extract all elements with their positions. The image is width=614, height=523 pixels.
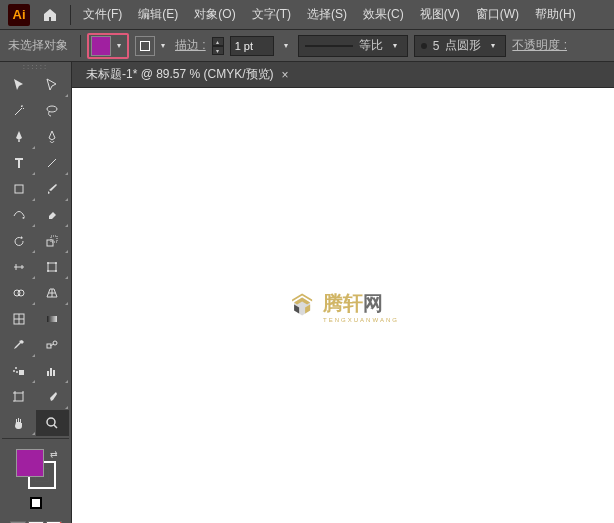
canvas-area[interactable]: 腾轩网 TENGXUANWANG — [72, 88, 614, 523]
fill-stroke-swatches[interactable]: ⇄ — [16, 449, 56, 489]
brush-definition[interactable]: 5 点圆形 ▾ — [414, 35, 507, 57]
symbol-sprayer-tool[interactable] — [2, 358, 36, 384]
svg-line-26 — [54, 425, 57, 428]
menu-window[interactable]: 窗口(W) — [468, 2, 527, 27]
scale-tool[interactable] — [36, 228, 70, 254]
svg-rect-6 — [48, 263, 56, 271]
svg-point-9 — [47, 270, 49, 272]
pen-tool[interactable] — [2, 124, 36, 150]
artboard-tool[interactable] — [2, 384, 36, 410]
curvature-tool[interactable] — [36, 124, 70, 150]
svg-point-20 — [16, 371, 18, 373]
slice-tool[interactable] — [36, 384, 70, 410]
stroke-color-swatch[interactable] — [135, 36, 155, 56]
menu-help[interactable]: 帮助(H) — [527, 2, 584, 27]
svg-point-8 — [55, 262, 57, 264]
brush-label: 点圆形 — [445, 37, 481, 54]
close-tab-icon[interactable]: × — [282, 68, 289, 82]
shaper-tool[interactable] — [2, 202, 36, 228]
magic-wand-tool[interactable] — [2, 98, 36, 124]
svg-rect-4 — [47, 240, 53, 246]
svg-point-25 — [47, 418, 55, 426]
menu-object[interactable]: 对象(O) — [186, 2, 243, 27]
free-transform-tool[interactable] — [36, 254, 70, 280]
paintbrush-tool[interactable] — [36, 176, 70, 202]
fill-color-swatch[interactable] — [91, 36, 111, 56]
stroke-weight-dropdown-icon[interactable]: ▾ — [280, 41, 292, 50]
svg-rect-24 — [15, 393, 23, 401]
gradient-tool[interactable] — [36, 306, 70, 332]
stroke-label[interactable]: 描边 : — [175, 37, 206, 54]
fill-swatch-large[interactable] — [16, 449, 44, 477]
mesh-tool[interactable] — [2, 306, 36, 332]
menu-view[interactable]: 视图(V) — [412, 2, 468, 27]
svg-rect-5 — [51, 236, 57, 242]
svg-line-2 — [48, 159, 56, 167]
menu-select[interactable]: 选择(S) — [299, 2, 355, 27]
line-tool[interactable] — [36, 150, 70, 176]
width-tool[interactable] — [2, 254, 36, 280]
hand-tool[interactable] — [2, 410, 36, 436]
menu-edit[interactable]: 编辑(E) — [130, 2, 186, 27]
svg-point-0 — [47, 106, 57, 112]
svg-rect-14 — [47, 316, 57, 322]
shape-builder-tool[interactable] — [2, 280, 36, 306]
menu-file[interactable]: 文件(F) — [75, 2, 130, 27]
svg-point-1 — [18, 140, 20, 142]
direct-selection-tool[interactable] — [36, 72, 70, 98]
default-fill-stroke-icon[interactable] — [30, 497, 42, 509]
svg-point-18 — [15, 367, 17, 369]
svg-point-10 — [55, 270, 57, 272]
selection-status: 未选择对象 — [8, 37, 68, 54]
svg-point-7 — [47, 262, 49, 264]
svg-rect-22 — [50, 368, 52, 376]
svg-point-12 — [18, 290, 24, 296]
opacity-label[interactable]: 不透明度 : — [512, 37, 567, 54]
eyedropper-tool[interactable] — [2, 332, 36, 358]
swap-fill-stroke-icon[interactable]: ⇄ — [50, 449, 58, 459]
rotate-tool[interactable] — [2, 228, 36, 254]
brush-size: 5 — [433, 39, 440, 53]
watermark-logo-icon — [287, 291, 317, 321]
stroke-dropdown-icon[interactable]: ▾ — [157, 41, 169, 50]
stroke-weight-stepper[interactable]: ▴▾ — [212, 37, 224, 55]
menu-type[interactable]: 文字(T) — [244, 2, 299, 27]
svg-rect-23 — [53, 370, 55, 376]
perspective-tool[interactable] — [36, 280, 70, 306]
svg-point-19 — [13, 370, 15, 372]
svg-rect-3 — [15, 185, 23, 193]
toolbox-panel: :::::: — [0, 62, 72, 523]
app-logo: Ai — [8, 4, 30, 26]
stroke-profile-label: 等比 — [359, 37, 383, 54]
lasso-tool[interactable] — [36, 98, 70, 124]
svg-rect-17 — [19, 370, 24, 375]
menu-effect[interactable]: 效果(C) — [355, 2, 412, 27]
svg-rect-21 — [47, 371, 49, 376]
zoom-tool[interactable] — [36, 410, 70, 436]
document-tab[interactable]: 未标题-1* @ 89.57 % (CMYK/预览) × — [78, 63, 297, 86]
panel-grip-icon[interactable]: :::::: — [0, 62, 71, 70]
blend-tool[interactable] — [36, 332, 70, 358]
rectangle-tool[interactable] — [2, 176, 36, 202]
type-tool[interactable] — [2, 150, 36, 176]
watermark: 腾轩网 TENGXUANWANG — [287, 289, 399, 322]
stroke-weight-field[interactable]: 1 pt — [230, 36, 274, 56]
stroke-profile[interactable]: 等比 ▾ — [298, 35, 408, 57]
document-tab-title: 未标题-1* @ 89.57 % (CMYK/预览) — [86, 66, 274, 83]
column-graph-tool[interactable] — [36, 358, 70, 384]
selection-tool[interactable] — [2, 72, 36, 98]
eraser-tool[interactable] — [36, 202, 70, 228]
home-icon[interactable] — [40, 5, 60, 25]
fill-dropdown-icon[interactable]: ▾ — [113, 41, 125, 50]
fill-color-highlighted: ▾ — [87, 33, 129, 59]
